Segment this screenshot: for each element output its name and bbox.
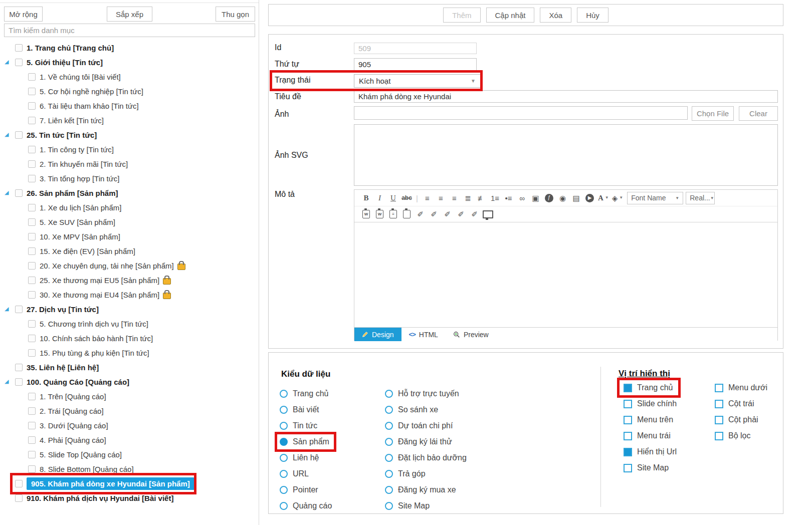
data-type-option[interactable]: Trang chủ: [280, 386, 328, 402]
radio-icon[interactable]: [385, 438, 393, 446]
align-center-icon[interactable]: ≡: [436, 192, 446, 203]
tree-checkbox[interactable]: [28, 146, 36, 153]
display-position-option[interactable]: Menu trái: [624, 428, 671, 444]
tree-checkbox[interactable]: [28, 436, 36, 444]
link-icon[interactable]: ∞: [517, 192, 527, 203]
tree-checkbox[interactable]: [28, 233, 36, 240]
flash-icon[interactable]: ƒ: [544, 192, 554, 203]
tree-checkbox[interactable]: [28, 160, 36, 168]
tree-checkbox[interactable]: [28, 102, 36, 110]
radio-icon[interactable]: [385, 390, 393, 398]
tree-checkbox[interactable]: [28, 349, 36, 357]
font-size-select[interactable]: Real... ▼: [686, 192, 715, 204]
radio-icon[interactable]: [280, 486, 288, 494]
svg-textarea[interactable]: [354, 124, 778, 186]
delete-button[interactable]: Xóa: [540, 8, 571, 23]
align-left-icon[interactable]: ≡: [422, 192, 433, 203]
play-icon[interactable]: ▶: [584, 192, 595, 203]
radio-icon[interactable]: [280, 438, 288, 446]
radio-icon[interactable]: [280, 422, 288, 430]
clean-css-icon[interactable]: ✐: [429, 209, 439, 220]
tree-item[interactable]: 8. Slide Bottom [Quảng cáo]: [0, 462, 259, 476]
checkbox-icon[interactable]: [715, 400, 723, 408]
choose-file-button[interactable]: Chọn File: [692, 106, 734, 121]
checkbox-icon[interactable]: [624, 448, 632, 456]
tree-item[interactable]: 3. Dưới [Quảng cáo]: [0, 418, 259, 433]
data-type-option[interactable]: Sản phẩm: [280, 434, 329, 450]
title-input[interactable]: [354, 90, 778, 103]
display-position-option[interactable]: Slide chính: [624, 396, 677, 412]
tree-item[interactable]: 1. Về chúng tôi [Bài viết]: [0, 70, 259, 84]
tree-item[interactable]: ◢5. Giới thiệu [Tin tức]: [0, 55, 259, 70]
tree-item[interactable]: 6. Tài liệu tham khảo [Tin tức]: [0, 99, 259, 113]
tree-item[interactable]: 15. Xe điện (EV) [Sản phẩm]: [0, 244, 259, 258]
data-type-option[interactable]: Đặt lịch bảo dưỡng: [385, 450, 467, 466]
media-icon[interactable]: ◉: [557, 192, 568, 203]
tree-item[interactable]: 905. Khám phá dòng xe Hyundai [Sản phẩm]: [0, 476, 259, 491]
tree-checkbox[interactable]: [28, 422, 36, 429]
tree-item[interactable]: 3. Tin tổng hợp [Tin tức]: [0, 171, 259, 186]
tree-item[interactable]: 1. Trên [Quảng cáo]: [0, 389, 259, 404]
checkbox-icon[interactable]: [624, 432, 632, 440]
tab-design[interactable]: Design: [354, 328, 401, 341]
collapse-all-button[interactable]: Thu gọn: [216, 7, 255, 22]
display-position-option[interactable]: Trang chủ: [624, 380, 673, 396]
tree-checkbox[interactable]: [15, 59, 23, 66]
tree-item[interactable]: 1. Tin công ty [Tin tức]: [0, 142, 259, 157]
radio-icon[interactable]: [385, 422, 393, 430]
tree-item[interactable]: ◢100. Quảng Cáo [Quảng cáo]: [0, 375, 259, 389]
tree-item[interactable]: 10. Chính sách bảo hành [Tin tức]: [0, 331, 259, 346]
tab-html[interactable]: <> HTML: [401, 328, 446, 341]
checkbox-icon[interactable]: [624, 384, 632, 392]
radio-icon[interactable]: [280, 502, 288, 510]
checkbox-icon[interactable]: [624, 416, 632, 424]
tree-checkbox[interactable]: [28, 291, 36, 299]
expand-arrow-icon[interactable]: ◢: [5, 306, 9, 312]
display-position-option[interactable]: Menu trên: [624, 412, 673, 428]
checkbox-icon[interactable]: [715, 432, 723, 440]
clean-span-icon[interactable]: ✐: [456, 209, 466, 220]
data-type-option[interactable]: Đăng ký mua xe: [385, 482, 456, 498]
radio-icon[interactable]: [385, 406, 393, 414]
clean-font-icon[interactable]: ✐: [442, 209, 453, 220]
expand-arrow-icon[interactable]: ◢: [5, 59, 9, 65]
radio-icon[interactable]: [385, 502, 393, 510]
tree-item[interactable]: 15. Phụ tùng & phụ kiện [Tin tức]: [0, 346, 259, 360]
radio-icon[interactable]: [280, 406, 288, 414]
tree-item[interactable]: 5. Cơ hội nghề nghiệp [Tin tức]: [0, 84, 259, 99]
back-color-icon[interactable]: ◈▼: [612, 192, 623, 203]
data-type-option[interactable]: Site Map: [385, 498, 430, 514]
data-type-option[interactable]: Tin tức: [280, 418, 317, 434]
tree-item[interactable]: 5. Xe SUV [Sản phẩm]: [0, 215, 259, 229]
tree-item[interactable]: 7. Liên kết [Tin tức]: [0, 113, 259, 128]
bold-icon[interactable]: B: [361, 192, 371, 203]
tree-checkbox[interactable]: [15, 44, 23, 52]
fullscreen-icon[interactable]: [483, 209, 493, 220]
image-path-input[interactable]: [354, 106, 688, 120]
tree-item[interactable]: 1. Trang chủ [Trang chủ]: [0, 41, 259, 55]
remove-wrap-icon[interactable]: ≢: [476, 192, 487, 203]
status-select[interactable]: Kích hoạt ▼: [354, 74, 481, 88]
tree-checkbox[interactable]: [28, 277, 36, 284]
data-type-option[interactable]: URL: [280, 466, 309, 482]
paste-from-word-icon[interactable]: W: [361, 209, 371, 220]
tree-checkbox[interactable]: [28, 465, 36, 473]
align-right-icon[interactable]: ≡: [449, 192, 460, 203]
data-type-option[interactable]: So sánh xe: [385, 402, 438, 418]
tree-checkbox[interactable]: [15, 131, 23, 139]
data-type-option[interactable]: Bài viết: [280, 402, 319, 418]
tree-checkbox[interactable]: [15, 378, 23, 386]
radio-icon[interactable]: [280, 470, 288, 478]
tree-item[interactable]: ◢26. Sản phẩm [Sản phẩm]: [0, 186, 259, 200]
tree-checkbox[interactable]: [15, 480, 23, 487]
clear-file-button[interactable]: Clear: [739, 106, 778, 121]
order-input[interactable]: [354, 58, 477, 71]
expand-arrow-icon[interactable]: ◢: [5, 379, 9, 384]
expand-arrow-icon[interactable]: ◢: [5, 132, 9, 137]
tree-checkbox[interactable]: [28, 320, 36, 328]
data-type-option[interactable]: Quảng cáo: [280, 498, 332, 514]
data-type-option[interactable]: Liên hệ: [280, 450, 319, 466]
radio-icon[interactable]: [385, 454, 393, 462]
tree-checkbox[interactable]: [28, 204, 36, 211]
paste-icon[interactable]: [401, 209, 412, 220]
